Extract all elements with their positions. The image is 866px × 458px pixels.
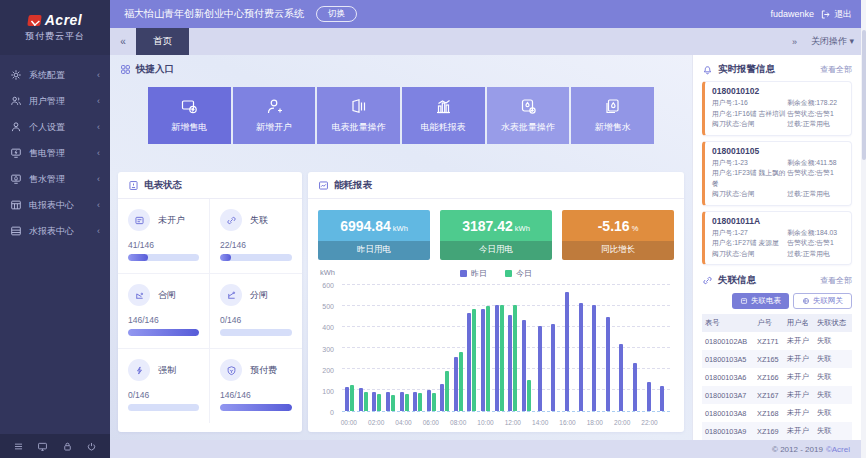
tile-new-electric-sale[interactable]: 新增售电: [148, 87, 231, 144]
alarm-card[interactable]: 018001011A 用户号:1-27剩余金额:184.03 用户名:1F27铺…: [702, 211, 852, 266]
sidebar-item-electric-sales[interactable]: 售电管理‹: [0, 140, 110, 166]
alarms-title: 实时报警信息: [718, 63, 775, 76]
bar-20:00: [619, 344, 623, 411]
meter-status-cell-no-account: 未开户 41/146: [118, 199, 210, 274]
report-table-icon: [10, 225, 22, 237]
bar-21:00: [633, 363, 637, 411]
sidebar-item-electric-report-center[interactable]: 电报表中心‹: [0, 192, 110, 218]
sidebar-item-system-config[interactable]: 系统配置‹: [0, 62, 110, 88]
offline-table: 表号 户号 用户名 失联状态 01800102ABXZ171未开户失联01800…: [702, 314, 852, 440]
water-meter-gear-icon: [519, 97, 538, 116]
chevron-left-icon: ‹: [97, 174, 100, 184]
table-cell: 未开户: [784, 386, 814, 404]
energy-report-title: 能耗报表: [334, 179, 372, 192]
link-off-icon: [702, 275, 713, 286]
alarm-valve-status: 阀刀状态:合闸: [712, 189, 787, 200]
power-icon[interactable]: [86, 441, 97, 452]
alarm-overload: 过载:正常用电: [787, 249, 844, 260]
alarms-view-all-link[interactable]: 查看全部: [820, 64, 852, 75]
table-cell: 失联: [814, 332, 852, 350]
alarm-card[interactable]: 0180010102 用户号:1-16剩余金额:178.22 用户名:1F16铺…: [702, 81, 852, 136]
tile-new-water-sale[interactable]: 新增售水: [571, 87, 654, 144]
progress-bar: [220, 329, 292, 336]
meter-status-cell-closed: 合闸 146/146: [118, 274, 210, 349]
table-row[interactable]: 01800103A5XZ165未开户失联: [702, 350, 852, 368]
table-row[interactable]: 01800103A9XZ169未开户失联: [702, 422, 852, 440]
tab-scroll-left-icon[interactable]: «: [110, 28, 136, 55]
logout-button[interactable]: 退出: [820, 8, 852, 21]
alarm-user-no: 用户号:1-16: [712, 98, 787, 109]
table-cell: 01800103A9: [702, 422, 754, 440]
bar-23:00: [660, 386, 664, 411]
tile-label: 水表批量操作: [501, 121, 555, 134]
switch-project-button[interactable]: 切换: [316, 6, 357, 22]
tile-label: 新增售水: [595, 121, 631, 134]
bar-01:00: [364, 392, 368, 411]
bar-08:00: [459, 352, 463, 411]
meter-status-panel: 电表状态 未开户 41/146 失联 22/146 合闸 146/146 分闸 …: [118, 172, 302, 432]
card-bolt-icon: [180, 97, 199, 116]
bar-05:00: [413, 392, 417, 411]
acrel-link[interactable]: ©Acrel: [826, 445, 850, 454]
bar-11:00: [495, 305, 499, 411]
button-label: 失联网关: [813, 296, 843, 306]
tab-home[interactable]: 首页: [136, 28, 189, 55]
legend-today[interactable]: 今日: [505, 268, 532, 279]
sidebar-item-water-sales[interactable]: 售水管理‹: [0, 166, 110, 192]
table-row[interactable]: 01800103A6XZ166未开户失联: [702, 368, 852, 386]
sidebar-item-user-management[interactable]: 用户管理‹: [0, 88, 110, 114]
meter-status-icon: [128, 180, 139, 191]
table-cell: 未开户: [784, 404, 814, 422]
table-cell: 未开户: [784, 422, 814, 440]
chevron-left-icon: ‹: [97, 70, 100, 80]
table-row[interactable]: 01800102ABXZ171未开户失联: [702, 332, 852, 350]
table-row[interactable]: 01800103A7XZ167未开户失联: [702, 386, 852, 404]
sell-water-icon: [10, 173, 22, 185]
sidebar-menu: 系统配置‹ 用户管理‹ 个人设置‹ 售电管理‹ 售水管理‹ 电报表中心‹ 水报表…: [0, 55, 110, 244]
tile-new-account[interactable]: 新增开户: [233, 87, 316, 144]
right-panel: 实时报警信息 查看全部 0180010102 用户号:1-16剩余金额:178.…: [692, 55, 861, 440]
table-header-row: 表号 户号 用户名 失联状态: [702, 314, 852, 332]
alarm-user-name: 用户名:1F27铺 麦源屋: [712, 238, 787, 249]
quick-entry-section: 快捷入口 新增售电 新增开户 电表批量操作 电能耗报表 水表批量操作: [110, 55, 692, 144]
sidebar-item-label: 系统配置: [29, 69, 65, 82]
acrel-logo-icon: [27, 15, 42, 26]
alarm-status: 告警状态:告警1: [787, 238, 844, 249]
bar-03:00: [391, 395, 395, 411]
legend-yesterday[interactable]: 昨日: [460, 268, 487, 279]
scrollbar-track[interactable]: [861, 0, 866, 458]
sell-electric-icon: [10, 147, 22, 159]
sidebar-item-water-report-center[interactable]: 水报表中心‹: [0, 218, 110, 244]
stat-label: 昨日用电: [318, 241, 430, 260]
tile-energy-report[interactable]: 电能耗报表: [402, 87, 485, 144]
bar-00:00: [345, 387, 349, 411]
tab-scroll-right-icon[interactable]: »: [792, 37, 797, 47]
offline-title: 失联信息: [718, 274, 756, 287]
stat-value: -5.16: [598, 218, 630, 234]
alarm-balance: 剩余金额:178.22: [787, 98, 844, 109]
meter-status-title: 电表状态: [144, 179, 182, 192]
offline-electric-meter-button[interactable]: 失联电表: [732, 293, 789, 309]
main-content: 快捷入口 新增售电 新增开户 电表批量操作 电能耗报表 水表批量操作: [110, 55, 692, 440]
tile-water-batch-ops[interactable]: 水表批量操作: [487, 87, 570, 144]
offline-gateway-button[interactable]: 失联网关: [793, 293, 852, 309]
footer: © 2012 - 2019 ©Acrel: [110, 440, 866, 458]
hamburger-menu-icon[interactable]: [13, 441, 24, 452]
quick-entry-title: 快捷入口: [136, 63, 174, 76]
bar-05:00: [418, 393, 422, 411]
stat-unit: kWh: [515, 224, 530, 233]
close-operations-dropdown[interactable]: 关闭操作 ▾: [811, 35, 854, 48]
meter-status-cell-forced: 强制 0/146: [118, 349, 210, 423]
col-meter-no: 表号: [702, 314, 754, 332]
tile-electric-batch-ops[interactable]: 电表批量操作: [317, 87, 400, 144]
offline-view-all-link[interactable]: 查看全部: [820, 275, 852, 286]
sidebar-item-personal-settings[interactable]: 个人设置‹: [0, 114, 110, 140]
alarm-card[interactable]: 0180010105 用户号:1-23剩余金额:411.58 用户名:1F23铺…: [702, 141, 852, 206]
bar-13:00: [527, 380, 531, 412]
scrollbar-thumb[interactable]: [862, 30, 866, 160]
lock-icon[interactable]: [62, 441, 73, 452]
monitor-icon[interactable]: [37, 441, 48, 452]
table-row[interactable]: 01800103A8XZ168未开户失联: [702, 404, 852, 422]
bar-12:00: [513, 305, 517, 411]
bar-04:00: [400, 392, 404, 411]
